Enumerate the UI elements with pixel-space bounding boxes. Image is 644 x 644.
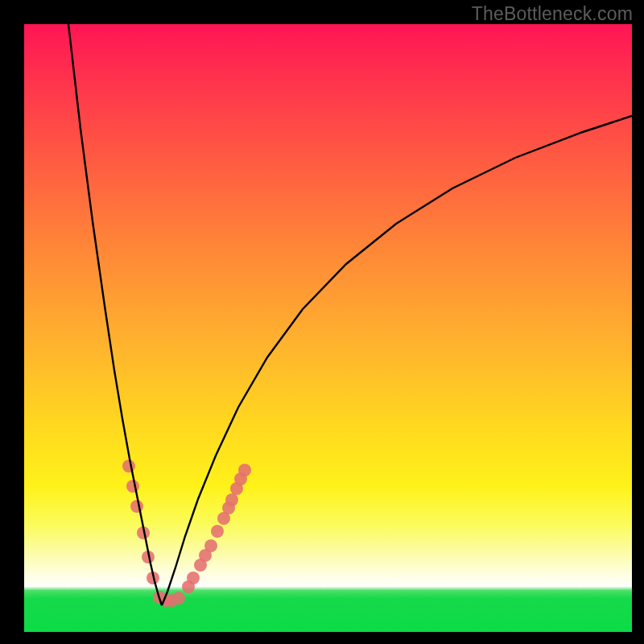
data-point-marker <box>238 464 251 477</box>
data-point-marker <box>130 500 143 513</box>
data-point-marker <box>187 572 200 584</box>
watermark-text: TheBottleneck.com <box>472 3 633 25</box>
data-point-marker <box>172 592 185 605</box>
data-point-marker <box>225 493 238 506</box>
right-branch-curve <box>162 116 632 605</box>
data-point-marker <box>126 480 139 493</box>
chart-frame: TheBottleneck.com <box>0 0 644 644</box>
data-point-marker <box>211 525 224 538</box>
chart-svg <box>24 24 632 632</box>
plot-area <box>24 24 632 632</box>
left-branch-curve <box>68 24 162 605</box>
data-point-marker <box>122 460 135 473</box>
data-point-marker <box>204 539 217 552</box>
